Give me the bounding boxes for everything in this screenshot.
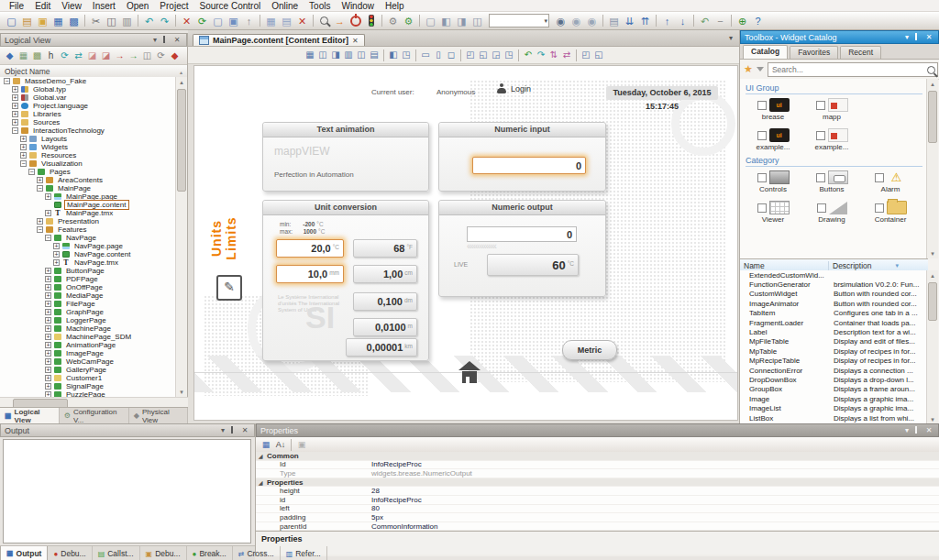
export-red-icon[interactable]: → bbox=[113, 49, 127, 63]
group-expander-icon[interactable]: ◢ bbox=[256, 479, 265, 486]
widget-item-mapp[interactable]: mapp bbox=[802, 97, 861, 121]
compile-file-icon[interactable]: ▢ bbox=[210, 14, 226, 28]
scrollbar-thumb[interactable] bbox=[177, 89, 186, 192]
tree-item-presentation[interactable]: +Presentation bbox=[0, 217, 177, 225]
widget-table-scrollbar[interactable]: ▴ ▾ bbox=[926, 270, 938, 424]
same-height-icon[interactable]: ▯ bbox=[432, 48, 445, 62]
widget-checkbox[interactable] bbox=[816, 173, 825, 182]
widget-table-row[interactable]: CustomWidgetButton with rounded cor... bbox=[740, 290, 928, 299]
property-row-height[interactable]: height28 bbox=[256, 487, 939, 496]
toolbox-tab-catalog[interactable]: Catalog bbox=[743, 45, 788, 59]
search-icon[interactable] bbox=[927, 66, 935, 74]
expand-icon[interactable]: + bbox=[37, 177, 43, 183]
widget-item-drawing[interactable]: Drawing bbox=[802, 200, 861, 224]
widget-item-controls[interactable]: Controls bbox=[744, 170, 802, 193]
sort-descending-icon[interactable]: ⇊ bbox=[622, 14, 637, 28]
expand-icon[interactable]: + bbox=[12, 94, 18, 101]
property-row-type[interactable]: Typewidgets.brease.NumericOutput bbox=[256, 469, 939, 478]
tree-item-filepage[interactable]: +FilePage bbox=[0, 300, 177, 308]
bring-forward-icon[interactable]: ◱ bbox=[477, 48, 490, 62]
tree-item-animationpage[interactable]: +AnimationPage bbox=[0, 341, 177, 349]
same-width-icon[interactable]: ▭ bbox=[419, 48, 432, 62]
widget-table-row[interactable]: GroupBoxDisplays a frame aroun... bbox=[740, 385, 928, 394]
tree-item-mainpage-content[interactable]: MainPage.content bbox=[0, 201, 177, 209]
send-to-back-icon[interactable]: ◳ bbox=[503, 48, 515, 62]
widget-item-example[interactable]: example... bbox=[802, 127, 861, 151]
tree-item-libraries[interactable]: +Libraries bbox=[0, 110, 177, 118]
tree-item-massedemo-fake[interactable]: −MasseDemo_Fake bbox=[0, 77, 177, 85]
refresh-transfer-icon[interactable]: ⟳ bbox=[58, 49, 72, 63]
same-size-icon[interactable]: ◻ bbox=[445, 48, 458, 62]
add-object-icon[interactable]: ◆ bbox=[3, 49, 17, 63]
transfer-to-target-icon[interactable]: → bbox=[332, 14, 348, 28]
view-tab-logical-view[interactable]: ▦Logical View bbox=[0, 408, 60, 423]
scroll-up-icon[interactable]: ▴ bbox=[927, 270, 938, 280]
bottom-tab-refer[interactable]: ▥Refer... bbox=[281, 546, 327, 560]
move-down-icon[interactable]: ↓ bbox=[675, 14, 690, 28]
expand-icon[interactable]: + bbox=[20, 152, 27, 159]
tree-item-sources[interactable]: +Sources bbox=[0, 118, 177, 126]
property-row-left[interactable]: left80 bbox=[256, 505, 939, 514]
expand-icon[interactable]: + bbox=[45, 284, 51, 291]
expand-icon[interactable]: + bbox=[45, 193, 51, 200]
property-row-padding[interactable]: padding5px bbox=[256, 513, 939, 522]
tree-item-global-typ[interactable]: +Global.typ bbox=[0, 85, 177, 93]
panel-menu-icon[interactable]: ▾ bbox=[901, 33, 912, 41]
distribute-vertical-icon[interactable]: ▤ bbox=[368, 48, 381, 62]
clean-b-icon[interactable]: ◪ bbox=[99, 49, 113, 63]
close-tab-icon[interactable]: ✕ bbox=[352, 37, 359, 45]
widget-table-row[interactable]: ImageListDisplays a graphic ima... bbox=[740, 403, 928, 412]
bottom-tab-cross[interactable]: ⇄Cross... bbox=[233, 546, 281, 560]
unit-conversion-panel[interactable]: Unit conversion min:-200°C max:1000°C Le… bbox=[262, 200, 429, 361]
scrollbar-thumb[interactable] bbox=[928, 91, 937, 143]
menu-help[interactable]: Help bbox=[380, 1, 410, 11]
update-icon[interactable]: ⟳ bbox=[154, 49, 168, 63]
expand-icon[interactable]: + bbox=[37, 218, 43, 225]
panel-close-icon[interactable]: ✕ bbox=[171, 36, 182, 44]
expand-icon[interactable]: + bbox=[45, 301, 51, 307]
bottom-tab-debu[interactable]: ▣Debu... bbox=[140, 546, 187, 560]
tree-item-onoffpage[interactable]: +OnOffPage bbox=[0, 283, 177, 291]
bring-to-front-icon[interactable]: ◰ bbox=[464, 48, 477, 62]
tree-item-widgets[interactable]: +Widgets bbox=[0, 143, 177, 151]
description-column-header[interactable]: Description▾ bbox=[829, 261, 928, 270]
copy-icon[interactable]: ◫ bbox=[104, 14, 119, 28]
ungroup-icon[interactable]: ◱ bbox=[592, 48, 605, 62]
menu-file[interactable]: File bbox=[4, 1, 29, 11]
collapse-icon[interactable]: − bbox=[713, 14, 728, 28]
online-status-icon[interactable] bbox=[363, 14, 379, 28]
tree-item-pages[interactable]: −Pages bbox=[0, 168, 177, 176]
toolbox-tab-favorites[interactable]: Favorites bbox=[790, 46, 838, 59]
window-layout-2-icon[interactable]: ◧ bbox=[438, 14, 454, 28]
menu-insert[interactable]: Insert bbox=[87, 1, 121, 11]
text-animation-panel[interactable]: Text animation mappVIEW Perfection in Au… bbox=[262, 122, 429, 192]
monitor-icon[interactable]: ◉ bbox=[584, 14, 600, 28]
widget-table-row[interactable]: DropDownBoxDisplays a drop-down l... bbox=[740, 375, 928, 384]
group-icon[interactable]: ◰ bbox=[580, 48, 592, 62]
temperature-input-field[interactable]: 20,0°C bbox=[276, 239, 344, 258]
bottom-tab-debu[interactable]: ●Debu... bbox=[48, 546, 92, 560]
bottom-tab-break[interactable]: ●Break... bbox=[187, 546, 233, 560]
new-project-icon[interactable]: ▢ bbox=[4, 14, 19, 28]
widget-checkbox[interactable] bbox=[875, 173, 884, 182]
widget-table-row[interactable]: ImageAnimatorButton with rounded cor... bbox=[740, 299, 928, 308]
property-row-parentid[interactable]: parentIdCommonInformation bbox=[256, 522, 939, 531]
tree-item-graphpage[interactable]: +GraphPage bbox=[0, 308, 177, 316]
undo-icon[interactable]: ↶ bbox=[141, 14, 157, 28]
home-icon[interactable] bbox=[458, 361, 481, 385]
output-console[interactable] bbox=[3, 439, 251, 544]
catalog-scrollbar[interactable]: ▴ ▾ bbox=[926, 79, 938, 258]
search-icon[interactable] bbox=[316, 14, 332, 28]
widget-table-row[interactable]: MpFileTableDisplay and edit of files... bbox=[740, 337, 928, 346]
group-expander-icon[interactable]: ◢ bbox=[256, 453, 265, 459]
expand-icon[interactable]: + bbox=[20, 136, 27, 142]
distribute-horizontal-icon[interactable]: ▥ bbox=[342, 48, 355, 62]
length-input-field[interactable]: 10,0mm bbox=[276, 265, 344, 283]
menu-source-control[interactable]: Source Control bbox=[193, 1, 266, 11]
expand-icon[interactable]: + bbox=[12, 119, 18, 126]
menu-view[interactable]: View bbox=[56, 1, 87, 11]
align-center-horizontal-icon[interactable]: ◫ bbox=[355, 48, 368, 62]
expand-icon[interactable]: + bbox=[53, 251, 60, 258]
add-image-icon[interactable]: ▩ bbox=[30, 49, 44, 63]
categorized-icon[interactable]: ▦ bbox=[259, 437, 273, 452]
